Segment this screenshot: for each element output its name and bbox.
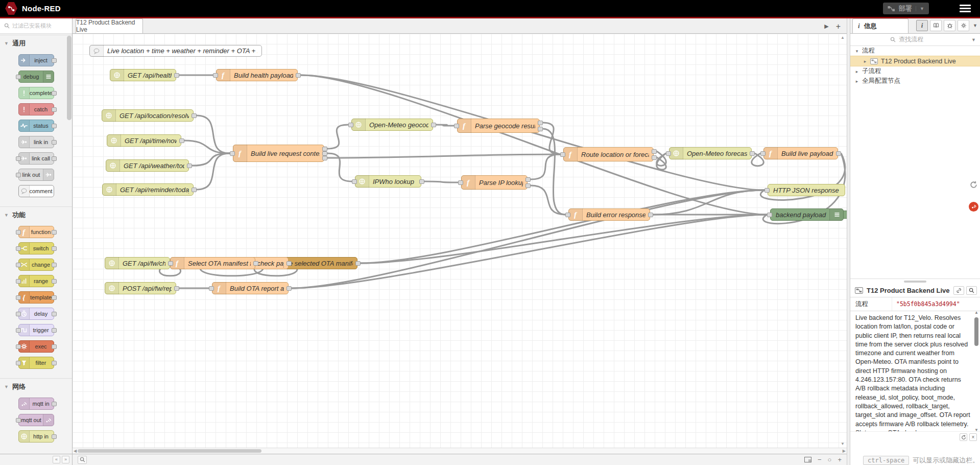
palette-node-link-call[interactable]: link call xyxy=(18,152,54,165)
sidebar-search-caret-icon[interactable]: ▼ xyxy=(971,37,976,42)
output-port[interactable] xyxy=(52,312,57,316)
palette-node-trigger[interactable]: trigger xyxy=(18,324,54,336)
wire-n6-to-n7[interactable] xyxy=(197,153,230,190)
tree-flows-header[interactable]: ▾ 流程 xyxy=(850,46,980,56)
sidebar-tab-info[interactable]: i 信息 xyxy=(852,18,909,33)
output-port[interactable] xyxy=(286,286,292,291)
flow-canvas[interactable]: Live location + time + weather + reminde… xyxy=(73,34,847,448)
flow-tab[interactable]: T12 Product Backend Live xyxy=(76,18,143,33)
palette-category-1[interactable]: ▼通用 xyxy=(0,35,72,51)
sidebar-search[interactable]: 查找流程 ▼ xyxy=(850,34,980,46)
wire-n11-to-n12[interactable] xyxy=(531,154,560,179)
palette-node-http-in[interactable]: http in xyxy=(18,430,54,443)
input-port[interactable] xyxy=(454,124,459,128)
palette-node-delay[interactable]: delay xyxy=(18,308,54,320)
flow-node-n7-function[interactable]: fBuild live request context xyxy=(233,145,324,162)
palette-search-input[interactable]: 过滤已安装模块 xyxy=(0,18,72,34)
sidebar-sync-icon[interactable] xyxy=(969,180,978,190)
wire-n10-to-n11[interactable] xyxy=(424,181,458,182)
scroll-up-icon[interactable]: ▲ xyxy=(974,311,978,315)
flow-node-n12-function[interactable]: fRoute location or forecast xyxy=(563,147,654,161)
output-port[interactable] xyxy=(52,434,57,439)
scroll-left-icon[interactable]: ◀ xyxy=(74,449,77,453)
flow-node-n15-http-response[interactable]: HTTP JSON response xyxy=(768,184,845,196)
output-port-1[interactable] xyxy=(652,149,657,154)
output-port-1[interactable] xyxy=(525,177,531,182)
palette-node-status[interactable]: status xyxy=(18,120,54,132)
output-port[interactable] xyxy=(648,213,653,217)
palette-node-switch[interactable]: switch xyxy=(18,242,54,254)
output-port[interactable] xyxy=(52,402,57,406)
copy-link-button[interactable] xyxy=(953,286,964,295)
tree-config-nodes-header[interactable]: ▸ 全局配置节点 xyxy=(850,76,980,86)
tree-flow-item-selected[interactable]: ▸ T12 Product Backend Live xyxy=(850,56,980,66)
zoom-reset-button[interactable]: ○ xyxy=(828,457,832,463)
output-port[interactable] xyxy=(52,91,57,96)
hscroll-thumb[interactable] xyxy=(78,449,261,453)
output-port[interactable] xyxy=(52,58,57,63)
output-port[interactable] xyxy=(52,295,57,300)
palette-node-mqtt-in[interactable]: mqtt in xyxy=(18,398,54,410)
output-port[interactable] xyxy=(52,328,57,333)
input-port[interactable] xyxy=(458,180,463,185)
input-port[interactable] xyxy=(560,152,565,157)
input-port[interactable] xyxy=(16,156,21,161)
output-port[interactable] xyxy=(253,261,258,266)
output-port-2[interactable] xyxy=(525,183,531,188)
input-port[interactable] xyxy=(565,213,570,217)
tab-scroll-right-icon[interactable]: ▶ xyxy=(824,23,828,30)
zoom-in-button[interactable]: + xyxy=(838,457,842,463)
main-menu-button[interactable] xyxy=(960,5,971,12)
flow-node-n5-http-in[interactable]: GET /api/weather/today xyxy=(106,159,189,172)
flow-node-n14-function[interactable]: fBuild live payload xyxy=(763,147,838,159)
flow-node-n18-http-in[interactable]: GET /api/fw/check xyxy=(105,257,170,269)
search-node-button[interactable] xyxy=(966,286,977,295)
navigator-toggle-icon[interactable] xyxy=(804,457,811,462)
palette-node-comment[interactable]: comment xyxy=(18,185,54,197)
sidebar-config-button[interactable] xyxy=(958,20,969,31)
wire-n7-to-n8[interactable] xyxy=(327,125,348,149)
canvas-horizontal-scrollbar[interactable]: ◀ ▶ xyxy=(73,448,847,454)
wire-n4-to-n7[interactable] xyxy=(184,141,230,153)
flow-node-n17-function[interactable]: fBuild error response xyxy=(568,208,650,221)
palette-node-function[interactable]: ffunction xyxy=(18,226,54,238)
input-port[interactable] xyxy=(666,151,671,156)
palette-collapse-all-button[interactable]: « xyxy=(53,456,60,463)
palette-node-template[interactable]: {template xyxy=(18,291,54,304)
output-port[interactable] xyxy=(179,138,184,143)
flow-node-n9-function[interactable]: fParse geocode result xyxy=(457,119,540,133)
input-port[interactable] xyxy=(16,418,21,423)
close-icon[interactable]: × xyxy=(969,433,977,441)
output-port[interactable] xyxy=(192,113,197,118)
output-port[interactable] xyxy=(52,246,57,251)
flow-node-n23-function[interactable]: fBuild OTA report ack xyxy=(212,282,289,294)
flow-node-n13-http-request[interactable]: Open-Meteo forecast xyxy=(669,147,752,159)
input-port[interactable] xyxy=(352,179,357,184)
sidebar-alert-icon[interactable] xyxy=(969,202,978,212)
scroll-down-icon[interactable]: ▼ xyxy=(974,428,978,432)
output-port[interactable] xyxy=(187,164,192,168)
output-port[interactable] xyxy=(355,261,361,266)
palette-node-debug[interactable]: debug xyxy=(18,71,54,83)
output-port[interactable] xyxy=(52,107,57,112)
output-port-2[interactable] xyxy=(652,155,657,160)
info-panel-splitter[interactable] xyxy=(850,278,980,284)
output-port[interactable] xyxy=(286,261,292,266)
flow-node-n19-function[interactable]: fSelect OTA manifest file xyxy=(170,257,255,269)
description-scrollbar[interactable]: ▲ ▼ xyxy=(974,311,979,431)
output-port[interactable] xyxy=(296,73,301,78)
flow-node-n16-debug[interactable]: backend payload xyxy=(770,208,844,221)
sidebar-debug-button[interactable] xyxy=(944,20,955,31)
zoom-out-button[interactable]: − xyxy=(818,457,822,463)
input-port[interactable] xyxy=(16,344,21,349)
output-port[interactable] xyxy=(168,261,173,266)
input-port[interactable] xyxy=(760,151,766,156)
wire-n8-to-n9[interactable] xyxy=(436,125,454,126)
sidebar-help-button[interactable] xyxy=(930,20,942,31)
output-port[interactable] xyxy=(750,151,755,156)
flow-node-n1-http-in[interactable]: GET /api/health xyxy=(110,69,176,81)
input-port[interactable] xyxy=(16,75,21,79)
wire-n7-to-n12[interactable] xyxy=(327,154,560,158)
input-port[interactable] xyxy=(16,328,21,333)
sidebar-tabs-caret-icon[interactable]: ▼ xyxy=(973,23,977,28)
